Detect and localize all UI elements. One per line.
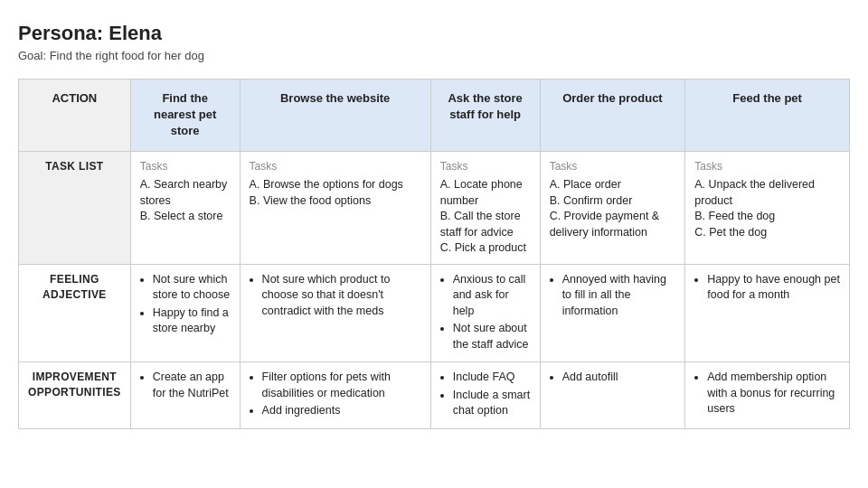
cell-task_list-col-3: TasksA. Place orderB. Confirm orderC. Pr… xyxy=(540,151,685,264)
row-feeling: FEELING ADJECTIVENot sure which store to… xyxy=(19,264,850,362)
list-item: Filter options for pets with disabilitie… xyxy=(262,370,421,401)
task-item: B. View the food options xyxy=(250,193,421,210)
bullet-list: Anxious to call and ask for helpNot sure… xyxy=(440,272,531,353)
list-item: Add ingredients xyxy=(262,403,421,419)
cell-task_list-col-4: TasksA. Unpack the delivered productB. F… xyxy=(685,151,850,264)
bullet-list: Not sure which store to chooseHappy to f… xyxy=(140,272,231,337)
journey-table: ACTION Find the nearest pet store Browse… xyxy=(18,79,850,429)
row-label-improvement: IMPROVEMENT OPPORTUNITIES xyxy=(19,362,131,429)
task-item: C. Pick a product xyxy=(440,240,531,257)
task-item: A. Browse the options for dogs xyxy=(250,177,421,193)
cell-feeling-col-2: Anxious to call and ask for helpNot sure… xyxy=(430,264,540,362)
column-header-row: ACTION Find the nearest pet store Browse… xyxy=(19,80,850,152)
bullet-list: Filter options for pets with disabilitie… xyxy=(250,370,421,419)
bullet-list: Add membership option with a bonus for r… xyxy=(694,370,840,418)
cell-improvement-col-4: Add membership option with a bonus for r… xyxy=(685,362,850,429)
tasks-label: Tasks xyxy=(550,159,676,174)
cell-feeling-col-0: Not sure which store to chooseHappy to f… xyxy=(130,264,240,362)
task-item: A. Place order xyxy=(550,177,676,193)
task-item: C. Pet the dog xyxy=(694,225,840,241)
cell-improvement-col-3: Add autofill xyxy=(540,362,685,429)
cell-improvement-col-2: Include FAQInclude a smart chat option xyxy=(430,362,540,429)
task-item: A. Search nearby stores xyxy=(140,177,231,209)
cell-feeling-col-3: Annoyed with having to fill in all the i… xyxy=(540,264,685,362)
page-title: Persona: Elena xyxy=(18,22,850,45)
row-improvement: IMPROVEMENT OPPORTUNITIESCreate an app f… xyxy=(19,362,850,429)
task-item: B. Call the store staff for advice xyxy=(440,209,531,240)
tasks-label: Tasks xyxy=(694,159,840,174)
task-item: B. Select a store xyxy=(140,209,231,225)
row-label-feeling: FEELING ADJECTIVE xyxy=(19,264,131,362)
tasks-label: Tasks xyxy=(250,159,421,174)
task-item: A. Unpack the delivered product xyxy=(694,177,840,209)
list-item: Add autofill xyxy=(562,370,676,386)
cell-improvement-col-0: Create an app for the NutriPet xyxy=(130,362,240,429)
tasks-label: Tasks xyxy=(440,159,531,174)
cell-feeling-col-4: Happy to have enough pet food for a mont… xyxy=(685,264,850,362)
task-items: A. Search nearby storesB. Select a store xyxy=(140,177,231,225)
col-header-browse: Browse the website xyxy=(240,80,430,152)
task-items: A. Unpack the delivered productB. Feed t… xyxy=(694,177,840,240)
list-item: Not sure which product to choose so that… xyxy=(262,272,421,320)
cell-improvement-col-1: Filter options for pets with disabilitie… xyxy=(240,362,430,429)
list-item: Include FAQ xyxy=(453,370,531,386)
row-label-task_list: TASK LIST xyxy=(19,151,131,264)
list-item: Not sure which store to choose xyxy=(153,272,231,304)
list-item: Happy to find a store nearby xyxy=(153,305,231,337)
list-item: Create an app for the NutriPet xyxy=(153,370,231,401)
cell-task_list-col-1: TasksA. Browse the options for dogsB. Vi… xyxy=(240,151,430,264)
row-task_list: TASK LISTTasksA. Search nearby storesB. … xyxy=(19,151,850,264)
page-subtitle: Goal: Find the right food for her dog xyxy=(18,49,850,62)
col-header-order: Order the product xyxy=(540,80,685,152)
cell-task_list-col-2: TasksA. Locate phone numberB. Call the s… xyxy=(430,151,540,264)
task-item: B. Feed the dog xyxy=(694,209,840,225)
col-header-feed: Feed the pet xyxy=(685,80,850,152)
bullet-list: Include FAQInclude a smart chat option xyxy=(440,370,531,419)
bullet-list: Create an app for the NutriPet xyxy=(140,370,231,401)
list-item: Anxious to call and ask for help xyxy=(453,272,531,320)
cell-task_list-col-0: TasksA. Search nearby storesB. Select a … xyxy=(130,151,240,264)
task-item: A. Locate phone number xyxy=(440,177,531,209)
bullet-list: Annoyed with having to fill in all the i… xyxy=(550,272,676,320)
task-items: A. Locate phone numberB. Call the store … xyxy=(440,177,531,257)
list-item: Happy to have enough pet food for a mont… xyxy=(707,272,840,304)
task-items: A. Browse the options for dogsB. View th… xyxy=(250,177,421,209)
task-item: C. Provide payment & delivery informatio… xyxy=(550,209,676,240)
bullet-list: Not sure which product to choose so that… xyxy=(250,272,421,320)
bullet-list: Add autofill xyxy=(550,370,676,386)
action-header: ACTION xyxy=(19,80,131,152)
task-item: B. Confirm order xyxy=(550,193,676,210)
tasks-label: Tasks xyxy=(140,159,231,174)
list-item: Not sure about the staff advice xyxy=(453,321,531,352)
cell-feeling-col-1: Not sure which product to choose so that… xyxy=(240,264,430,362)
bullet-list: Happy to have enough pet food for a mont… xyxy=(694,272,840,304)
list-item: Annoyed with having to fill in all the i… xyxy=(562,272,676,320)
list-item: Include a smart chat option xyxy=(453,388,531,419)
task-items: A. Place orderB. Confirm orderC. Provide… xyxy=(550,177,676,240)
col-header-find-store: Find the nearest pet store xyxy=(130,80,240,152)
col-header-ask-staff: Ask the store staff for help xyxy=(430,80,540,152)
list-item: Add membership option with a bonus for r… xyxy=(707,370,840,418)
